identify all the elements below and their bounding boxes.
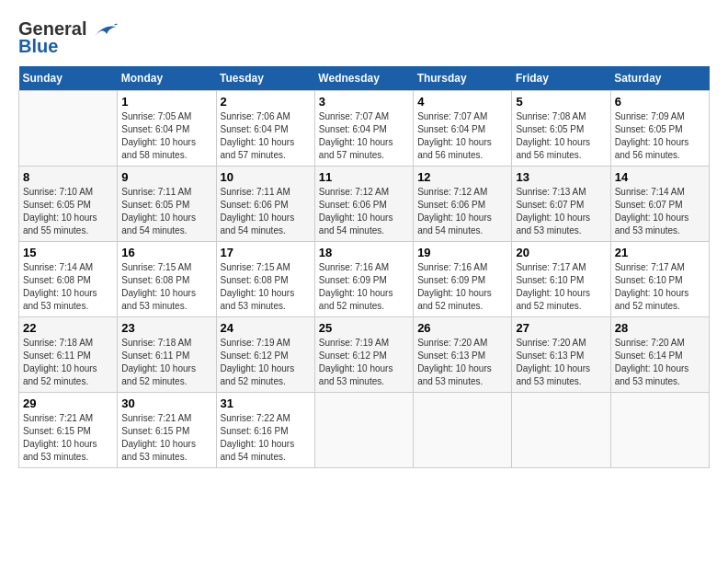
day-number: 18 <box>319 246 409 259</box>
day-number: 8 <box>23 170 113 184</box>
day-info: Sunrise: 7:19 AM Sunset: 6:12 PM Dayligh… <box>221 337 311 388</box>
day-info: Sunrise: 7:16 AM Sunset: 6:09 PM Dayligh… <box>417 261 507 313</box>
day-info: Sunrise: 7:18 AM Sunset: 6:11 PM Dayligh… <box>121 337 211 388</box>
table-row: 16Sunrise: 7:15 AM Sunset: 6:08 PM Dayli… <box>118 242 216 317</box>
table-row: 26Sunrise: 7:20 AM Sunset: 6:13 PM Dayli… <box>414 317 512 393</box>
day-info: Sunrise: 7:07 AM Sunset: 6:04 PM Dayligh… <box>417 110 507 162</box>
table-row: 23Sunrise: 7:18 AM Sunset: 6:11 PM Dayli… <box>118 317 216 393</box>
day-number: 1 <box>121 95 211 109</box>
logo-blue: Blue <box>18 36 58 57</box>
day-number: 21 <box>615 246 705 259</box>
table-row <box>19 91 118 167</box>
day-info: Sunrise: 7:11 AM Sunset: 6:05 PM Dayligh… <box>121 186 211 237</box>
logo-bird-icon <box>90 19 118 40</box>
day-info: Sunrise: 7:20 AM Sunset: 6:13 PM Dayligh… <box>516 337 606 388</box>
day-number: 24 <box>221 321 311 335</box>
table-row: 27Sunrise: 7:20 AM Sunset: 6:13 PM Dayli… <box>512 317 610 393</box>
day-number: 5 <box>516 95 606 109</box>
day-info: Sunrise: 7:17 AM Sunset: 6:10 PM Dayligh… <box>516 261 606 313</box>
table-row: 17Sunrise: 7:15 AM Sunset: 6:08 PM Dayli… <box>216 242 314 317</box>
table-row: 21Sunrise: 7:17 AM Sunset: 6:10 PM Dayli… <box>610 242 709 317</box>
day-info: Sunrise: 7:11 AM Sunset: 6:06 PM Dayligh… <box>221 186 311 237</box>
day-header-thursday: Thursday <box>414 66 512 91</box>
day-number: 12 <box>417 170 507 184</box>
day-info: Sunrise: 7:19 AM Sunset: 6:12 PM Dayligh… <box>319 337 409 388</box>
table-row: 24Sunrise: 7:19 AM Sunset: 6:12 PM Dayli… <box>216 317 314 393</box>
day-header-tuesday: Tuesday <box>216 66 314 91</box>
day-info: Sunrise: 7:22 AM Sunset: 6:16 PM Dayligh… <box>221 412 311 464</box>
day-number: 27 <box>516 321 606 335</box>
day-header-friday: Friday <box>512 66 610 91</box>
day-number: 31 <box>221 396 311 410</box>
table-row: 1Sunrise: 7:05 AM Sunset: 6:04 PM Daylig… <box>118 91 216 167</box>
day-info: Sunrise: 7:06 AM Sunset: 6:04 PM Dayligh… <box>221 110 311 162</box>
day-header-monday: Monday <box>118 66 216 91</box>
table-row: 13Sunrise: 7:13 AM Sunset: 6:07 PM Dayli… <box>512 167 610 242</box>
day-info: Sunrise: 7:21 AM Sunset: 6:15 PM Dayligh… <box>121 412 211 464</box>
table-row <box>512 393 610 468</box>
day-number: 15 <box>23 246 113 259</box>
header: General Blue <box>18 18 710 57</box>
table-row <box>414 393 512 468</box>
day-info: Sunrise: 7:13 AM Sunset: 6:07 PM Dayligh… <box>516 186 606 237</box>
calendar-week-row: 15Sunrise: 7:14 AM Sunset: 6:08 PM Dayli… <box>19 242 710 317</box>
table-row: 3Sunrise: 7:07 AM Sunset: 6:04 PM Daylig… <box>314 91 413 167</box>
day-number: 9 <box>121 170 211 184</box>
day-info: Sunrise: 7:15 AM Sunset: 6:08 PM Dayligh… <box>121 261 211 313</box>
table-row: 14Sunrise: 7:14 AM Sunset: 6:07 PM Dayli… <box>610 167 709 242</box>
day-number: 28 <box>615 321 705 335</box>
table-row: 4Sunrise: 7:07 AM Sunset: 6:04 PM Daylig… <box>414 91 512 167</box>
day-number: 14 <box>615 170 705 184</box>
day-number: 30 <box>121 396 211 410</box>
table-row <box>314 393 413 468</box>
table-row: 9Sunrise: 7:11 AM Sunset: 6:05 PM Daylig… <box>118 167 216 242</box>
table-row: 31Sunrise: 7:22 AM Sunset: 6:16 PM Dayli… <box>216 393 314 468</box>
day-number: 13 <box>516 170 606 184</box>
day-info: Sunrise: 7:14 AM Sunset: 6:08 PM Dayligh… <box>23 261 113 313</box>
table-row: 22Sunrise: 7:18 AM Sunset: 6:11 PM Dayli… <box>19 317 118 393</box>
table-row: 6Sunrise: 7:09 AM Sunset: 6:05 PM Daylig… <box>610 91 709 167</box>
table-row: 28Sunrise: 7:20 AM Sunset: 6:14 PM Dayli… <box>610 317 709 393</box>
table-row <box>610 393 709 468</box>
day-number: 20 <box>516 246 606 259</box>
day-number: 2 <box>221 95 311 109</box>
day-header-saturday: Saturday <box>610 66 709 91</box>
day-number: 25 <box>319 321 409 335</box>
day-info: Sunrise: 7:08 AM Sunset: 6:05 PM Dayligh… <box>516 110 606 162</box>
day-number: 6 <box>615 95 705 109</box>
day-info: Sunrise: 7:07 AM Sunset: 6:04 PM Dayligh… <box>319 110 409 162</box>
day-info: Sunrise: 7:05 AM Sunset: 6:04 PM Dayligh… <box>121 110 211 162</box>
table-row: 12Sunrise: 7:12 AM Sunset: 6:06 PM Dayli… <box>414 167 512 242</box>
day-number: 3 <box>319 95 409 109</box>
day-info: Sunrise: 7:09 AM Sunset: 6:05 PM Dayligh… <box>615 110 705 162</box>
calendar-week-row: 29Sunrise: 7:21 AM Sunset: 6:15 PM Dayli… <box>19 393 710 468</box>
day-number: 22 <box>23 321 113 335</box>
day-info: Sunrise: 7:20 AM Sunset: 6:13 PM Dayligh… <box>417 337 507 388</box>
calendar-header-row: SundayMondayTuesdayWednesdayThursdayFrid… <box>19 66 710 91</box>
calendar-week-row: 22Sunrise: 7:18 AM Sunset: 6:11 PM Dayli… <box>19 317 710 393</box>
table-row: 11Sunrise: 7:12 AM Sunset: 6:06 PM Dayli… <box>314 167 413 242</box>
day-info: Sunrise: 7:14 AM Sunset: 6:07 PM Dayligh… <box>615 186 705 237</box>
table-row: 25Sunrise: 7:19 AM Sunset: 6:12 PM Dayli… <box>314 317 413 393</box>
day-header-sunday: Sunday <box>19 66 118 91</box>
calendar: SundayMondayTuesdayWednesdayThursdayFrid… <box>18 66 710 468</box>
day-info: Sunrise: 7:17 AM Sunset: 6:10 PM Dayligh… <box>615 261 705 313</box>
day-info: Sunrise: 7:15 AM Sunset: 6:08 PM Dayligh… <box>221 261 311 313</box>
day-number: 23 <box>121 321 211 335</box>
table-row: 29Sunrise: 7:21 AM Sunset: 6:15 PM Dayli… <box>19 393 118 468</box>
day-info: Sunrise: 7:18 AM Sunset: 6:11 PM Dayligh… <box>23 337 113 388</box>
day-info: Sunrise: 7:20 AM Sunset: 6:14 PM Dayligh… <box>615 337 705 388</box>
day-number: 26 <box>417 321 507 335</box>
day-info: Sunrise: 7:12 AM Sunset: 6:06 PM Dayligh… <box>319 186 409 237</box>
table-row: 19Sunrise: 7:16 AM Sunset: 6:09 PM Dayli… <box>414 242 512 317</box>
day-number: 19 <box>417 246 507 259</box>
table-row: 30Sunrise: 7:21 AM Sunset: 6:15 PM Dayli… <box>118 393 216 468</box>
day-info: Sunrise: 7:12 AM Sunset: 6:06 PM Dayligh… <box>417 186 507 237</box>
table-row: 18Sunrise: 7:16 AM Sunset: 6:09 PM Dayli… <box>314 242 413 317</box>
day-info: Sunrise: 7:21 AM Sunset: 6:15 PM Dayligh… <box>23 412 113 464</box>
day-number: 17 <box>221 246 311 259</box>
day-header-wednesday: Wednesday <box>314 66 413 91</box>
day-number: 29 <box>23 396 113 410</box>
logo: General Blue <box>18 18 118 57</box>
table-row: 20Sunrise: 7:17 AM Sunset: 6:10 PM Dayli… <box>512 242 610 317</box>
